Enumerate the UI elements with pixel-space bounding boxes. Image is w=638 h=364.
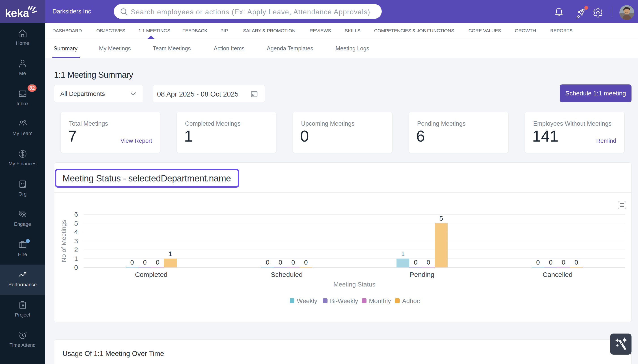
svg-text:0: 0 — [278, 259, 282, 266]
svg-text:0: 0 — [130, 259, 134, 266]
svg-text:Adhoc: Adhoc — [402, 298, 420, 304]
svg-text:0: 0 — [562, 259, 565, 266]
svg-text:Pending: Pending — [410, 271, 434, 278]
svg-text:Bi-Weekly: Bi-Weekly — [330, 298, 358, 304]
svg-text:5: 5 — [74, 220, 78, 227]
svg-text:0: 0 — [156, 259, 159, 266]
svg-text:0: 0 — [143, 259, 146, 266]
svg-text:2: 2 — [74, 246, 78, 253]
svg-text:0: 0 — [414, 259, 417, 266]
svg-text:Weekly: Weekly — [297, 298, 317, 304]
svg-text:0: 0 — [549, 259, 552, 266]
svg-text:0: 0 — [536, 259, 540, 266]
svg-text:5: 5 — [439, 215, 443, 222]
svg-text:Completed: Completed — [135, 271, 167, 278]
svg-text:Cancelled: Cancelled — [542, 271, 572, 278]
svg-text:0: 0 — [426, 259, 430, 266]
svg-text:Meeting Status: Meeting Status — [334, 281, 376, 288]
svg-text:0: 0 — [574, 259, 578, 266]
svg-text:3: 3 — [74, 237, 78, 244]
svg-text:Monthly: Monthly — [369, 298, 391, 304]
svg-text:No of Meetings: No of Meetings — [60, 220, 67, 262]
svg-text:1: 1 — [168, 250, 172, 258]
svg-text:0: 0 — [266, 259, 269, 266]
svg-text:0: 0 — [74, 264, 78, 271]
svg-text:6: 6 — [74, 210, 78, 218]
svg-text:0: 0 — [304, 259, 308, 266]
svg-text:0: 0 — [291, 259, 295, 266]
svg-text:Scheduled: Scheduled — [271, 271, 303, 278]
svg-text:4: 4 — [74, 228, 78, 236]
svg-text:1: 1 — [401, 250, 404, 258]
svg-text:1: 1 — [74, 255, 78, 262]
